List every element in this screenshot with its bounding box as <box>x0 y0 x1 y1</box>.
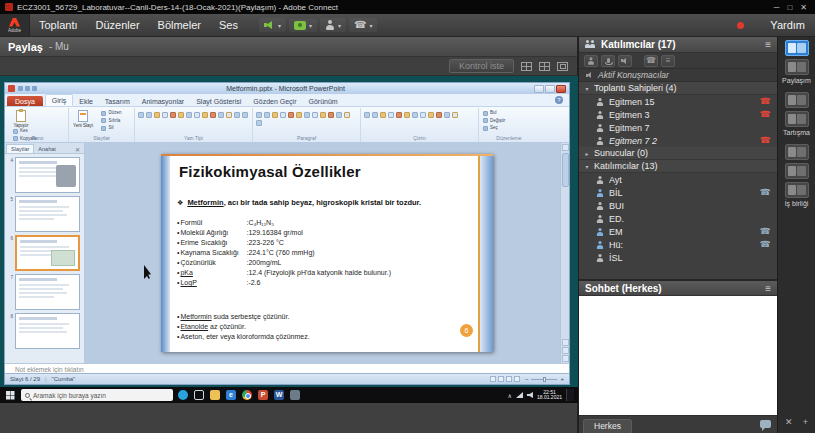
request-control-button[interactable]: Kontrol iste <box>449 59 514 73</box>
chat-bubble-icon[interactable] <box>760 420 771 428</box>
chevron-down-icon[interactable]: ▾ <box>278 22 281 29</box>
adobe-logo: Adobe <box>0 14 30 36</box>
chat-tab-everyone[interactable]: Herkes <box>583 419 632 433</box>
select-arrow-icon <box>483 126 488 131</box>
property-row: Çözünürlük:200mg/mL <box>177 258 391 268</box>
window-close-button[interactable]: ✕ <box>800 3 807 12</box>
phone-button[interactable]: ☎ ▾ <box>349 18 377 32</box>
pod-menu-icon[interactable]: ≡ <box>765 39 771 50</box>
layout-thumb[interactable] <box>785 144 809 160</box>
taskbar-search: Aramak için buraya yazın <box>21 389 173 401</box>
attendee-row[interactable]: ED. <box>579 212 777 225</box>
collapse-icon[interactable]: ▾ <box>584 163 590 170</box>
layout-thumb[interactable] <box>785 182 809 198</box>
dock-label-isbirligi[interactable]: İş birliği <box>785 200 809 208</box>
attendee-row[interactable]: İSL <box>579 251 777 264</box>
recording-indicator <box>737 22 744 29</box>
adobe-mark-icon <box>9 18 20 27</box>
chat-pod-title: Sohbet (Herkes) <box>585 283 760 294</box>
person-icon <box>596 176 604 184</box>
attendee-row[interactable]: Ayt <box>579 173 777 186</box>
attendee-row[interactable]: BİL ☎ <box>579 186 777 199</box>
word-icon <box>274 390 284 400</box>
ribbon-group-editing: Bul Değiştir Seç Düzenleme <box>479 108 539 142</box>
tab-slaytlar: Slaytlar <box>6 144 34 153</box>
speaker-toolbar-button[interactable] <box>618 55 632 67</box>
microphone-toolbar-button[interactable] <box>601 55 615 67</box>
fullscreen-icon[interactable] <box>557 62 568 71</box>
dock-label-tartisma[interactable]: Tartışma <box>783 129 810 137</box>
menu-toplanti[interactable]: Toplantı <box>30 14 87 36</box>
active-speaker-icon <box>586 72 594 79</box>
expand-icon[interactable]: ▸ <box>584 150 590 157</box>
tab-giris: Giriş <box>45 94 73 106</box>
attendee-row[interactable]: Egitmen 7 <box>579 121 777 134</box>
share-pod: Paylaş - Mu Kontrol iste Metfo <box>0 37 578 433</box>
attendee-row[interactable]: EM ☎ <box>579 225 777 238</box>
layout-thumb-active[interactable] <box>785 40 809 56</box>
pod-layout-grid-icon[interactable] <box>539 62 550 71</box>
clipboard-icon <box>16 110 26 122</box>
vertical-scrollbar <box>560 143 569 363</box>
adobe-connect-app-icon <box>5 3 13 11</box>
window-maximize-button[interactable]: □ <box>787 3 792 12</box>
menu-bolmeler[interactable]: Bölmeler <box>149 14 210 36</box>
more-options-toolbar-button[interactable]: ≡ <box>661 55 675 67</box>
chat-tab-bar: Herkes <box>579 415 777 433</box>
attendee-row[interactable]: Hü: ☎ <box>579 238 777 251</box>
find-button: Bul <box>483 110 505 117</box>
window-minimize-button[interactable]: ─ <box>774 3 780 12</box>
pod-view-grid-icon[interactable] <box>521 62 532 71</box>
speaker-icon <box>264 20 275 30</box>
cut-button: Kes <box>13 128 50 135</box>
menu-icon: ≡ <box>666 56 671 66</box>
collapse-icon[interactable]: ▾ <box>584 85 590 92</box>
powerpoint-statusbar: Slayt 6 / 29 | "Cumba" − + <box>5 373 569 384</box>
sidebar: Katılımcılar (17) ≡ ☎ ≡ Aktif Konuşmacıl… <box>578 37 777 433</box>
ribbon-tab-bar: Dosya Giriş Ekle Tasarım Animasyonlar Sl… <box>5 94 569 107</box>
attendee-status-button[interactable]: ▾ <box>320 18 346 32</box>
menu-duzenler[interactable]: Düzenler <box>87 14 149 36</box>
attendee-row[interactable]: BUI <box>579 199 777 212</box>
chat-messages-area[interactable] <box>579 296 777 415</box>
layout-thumb[interactable] <box>785 92 809 108</box>
powerpoint-window-controls <box>534 85 566 93</box>
pod-menu-icon[interactable]: ≡ <box>765 283 771 294</box>
shared-screen-region[interactable]: Metformin.pptx - Microsoft PowerPoint Do… <box>0 76 577 433</box>
ribbon-group-font: Yazı Tipi <box>135 108 253 142</box>
layout-thumb[interactable] <box>785 59 809 75</box>
tab-ekle: Ekle <box>73 96 99 106</box>
help-menu[interactable]: Yardım <box>770 19 805 31</box>
speaker-button[interactable]: ▾ <box>259 18 286 32</box>
close-icon[interactable]: ✕ <box>785 417 793 427</box>
hosts-section-header[interactable]: ▾ Toplantı Sahipleri (4) <box>579 82 777 95</box>
slide-thumbnail: 8 <box>7 313 80 349</box>
add-icon[interactable]: + <box>803 417 808 427</box>
person-icon <box>596 254 604 262</box>
attendee-row[interactable]: Egitmen 15 ☎ <box>579 95 777 108</box>
dock-label-paylasim[interactable]: Paylaşım <box>782 77 811 85</box>
attendee-status-toolbar-button[interactable] <box>584 55 598 67</box>
attendees-pod-header: Katılımcılar (17) ≡ <box>579 37 777 53</box>
attendee-row[interactable]: Egitmen 7 2 ☎ <box>579 134 777 147</box>
webcam-button[interactable]: ▾ <box>289 19 317 32</box>
phone-icon: ☎ <box>760 227 771 236</box>
layout-thumb[interactable] <box>785 111 809 127</box>
attendee-row[interactable]: Egitmen 3 ☎ <box>579 108 777 121</box>
slide-thumbnail: 7 <box>7 274 80 310</box>
phone-icon: ☎ <box>760 110 771 119</box>
layout-thumb[interactable] <box>785 163 809 179</box>
participants-section-header[interactable]: ▾ Katılımcılar (13) <box>579 160 777 173</box>
presenters-section-header[interactable]: ▸ Sunucular (0) <box>579 147 777 160</box>
menu-ses[interactable]: Ses <box>210 14 247 36</box>
microphone-icon <box>607 58 610 63</box>
share-pod-presenter: - Mu <box>49 41 69 52</box>
people-icon <box>585 40 596 49</box>
slides-panel-tabs: Slaytlar Anahat ✕ <box>5 143 84 154</box>
chevron-down-icon[interactable]: ▾ <box>309 22 312 29</box>
font-controls <box>138 110 249 118</box>
chevron-down-icon[interactable]: ▾ <box>369 22 372 29</box>
chevron-down-icon[interactable]: ▾ <box>338 22 341 29</box>
phone-toolbar-button[interactable]: ☎ <box>644 55 658 67</box>
cortana-icon <box>178 390 188 400</box>
